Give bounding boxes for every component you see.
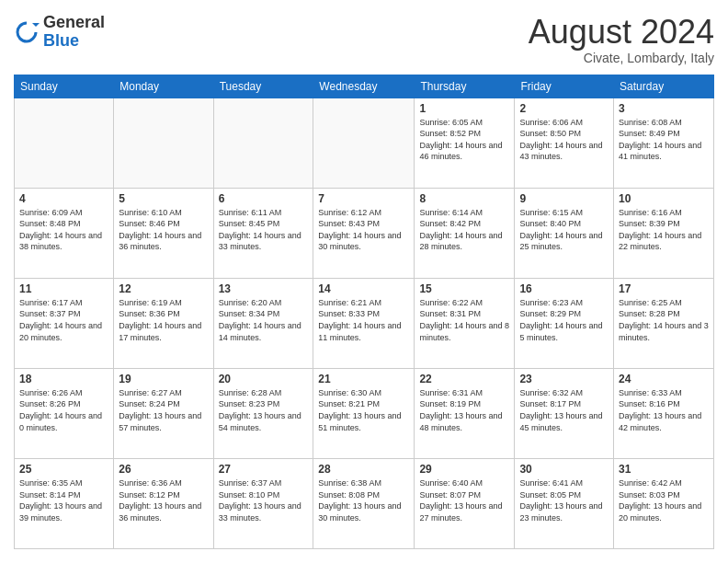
calendar-cell: 20Sunrise: 6:28 AM Sunset: 8:23 PM Dayli…: [213, 368, 313, 458]
day-info: Sunrise: 6:21 AM Sunset: 8:33 PM Dayligh…: [318, 297, 409, 343]
logo-blue: Blue: [43, 31, 79, 50]
day-number: 27: [219, 463, 309, 476]
day-number: 9: [519, 192, 609, 205]
day-info: Sunrise: 6:14 AM Sunset: 8:42 PM Dayligh…: [419, 207, 509, 253]
location: Civate, Lombardy, Italy: [529, 51, 714, 65]
day-number: 6: [219, 192, 309, 205]
calendar-cell: 18Sunrise: 6:26 AM Sunset: 8:26 PM Dayli…: [15, 368, 114, 458]
day-info: Sunrise: 6:17 AM Sunset: 8:37 PM Dayligh…: [19, 297, 108, 343]
day-info: Sunrise: 6:42 AM Sunset: 8:03 PM Dayligh…: [619, 477, 709, 523]
week-row-1: 4Sunrise: 6:09 AM Sunset: 8:48 PM Daylig…: [15, 188, 714, 278]
calendar-cell: [15, 98, 114, 188]
header-day-saturday: Saturday: [614, 75, 714, 98]
calendar-cell: 26Sunrise: 6:36 AM Sunset: 8:12 PM Dayli…: [114, 458, 213, 548]
calendar-cell: [114, 98, 213, 188]
calendar-cell: 25Sunrise: 6:35 AM Sunset: 8:14 PM Dayli…: [15, 458, 114, 548]
day-info: Sunrise: 6:23 AM Sunset: 8:29 PM Dayligh…: [519, 297, 609, 343]
calendar-cell: 27Sunrise: 6:37 AM Sunset: 8:10 PM Dayli…: [213, 458, 313, 548]
day-number: 3: [619, 102, 709, 115]
day-info: Sunrise: 6:30 AM Sunset: 8:21 PM Dayligh…: [318, 387, 409, 433]
day-number: 20: [219, 373, 309, 385]
header-day-wednesday: Wednesday: [313, 75, 415, 98]
calendar: SundayMondayTuesdayWednesdayThursdayFrid…: [14, 75, 714, 549]
day-info: Sunrise: 6:33 AM Sunset: 8:16 PM Dayligh…: [619, 387, 709, 433]
day-number: 19: [119, 373, 208, 385]
day-number: 29: [419, 463, 509, 476]
calendar-cell: 28Sunrise: 6:38 AM Sunset: 8:08 PM Dayli…: [313, 458, 415, 548]
calendar-cell: 17Sunrise: 6:25 AM Sunset: 8:28 PM Dayli…: [614, 278, 714, 368]
day-number: 13: [219, 282, 309, 295]
calendar-cell: 30Sunrise: 6:41 AM Sunset: 8:05 PM Dayli…: [515, 458, 614, 548]
calendar-cell: 21Sunrise: 6:30 AM Sunset: 8:21 PM Dayli…: [313, 368, 415, 458]
day-number: 8: [419, 192, 509, 205]
week-row-0: 1Sunrise: 6:05 AM Sunset: 8:52 PM Daylig…: [15, 98, 714, 188]
day-info: Sunrise: 6:20 AM Sunset: 8:34 PM Dayligh…: [219, 297, 309, 343]
calendar-cell: 31Sunrise: 6:42 AM Sunset: 8:03 PM Dayli…: [614, 458, 714, 548]
calendar-cell: 5Sunrise: 6:10 AM Sunset: 8:46 PM Daylig…: [114, 188, 213, 278]
day-number: 7: [318, 192, 409, 205]
day-info: Sunrise: 6:38 AM Sunset: 8:08 PM Dayligh…: [318, 477, 409, 523]
calendar-cell: 24Sunrise: 6:33 AM Sunset: 8:16 PM Dayli…: [614, 368, 714, 458]
calendar-cell: 16Sunrise: 6:23 AM Sunset: 8:29 PM Dayli…: [515, 278, 614, 368]
day-info: Sunrise: 6:41 AM Sunset: 8:05 PM Dayligh…: [519, 477, 609, 523]
header-day-tuesday: Tuesday: [213, 75, 313, 98]
day-info: Sunrise: 6:16 AM Sunset: 8:39 PM Dayligh…: [619, 207, 709, 253]
day-number: 28: [318, 463, 409, 476]
title-block: August 2024 Civate, Lombardy, Italy: [529, 14, 714, 65]
day-number: 14: [318, 282, 409, 295]
day-number: 17: [619, 282, 709, 295]
calendar-cell: 11Sunrise: 6:17 AM Sunset: 8:37 PM Dayli…: [15, 278, 114, 368]
logo-icon: [14, 19, 40, 45]
month-title: August 2024: [529, 14, 714, 51]
calendar-cell: [213, 98, 313, 188]
day-number: 22: [419, 373, 509, 385]
day-number: 4: [19, 192, 108, 205]
day-info: Sunrise: 6:22 AM Sunset: 8:31 PM Dayligh…: [419, 297, 509, 343]
day-number: 2: [519, 102, 609, 115]
day-info: Sunrise: 6:09 AM Sunset: 8:48 PM Dayligh…: [19, 207, 108, 253]
calendar-cell: 3Sunrise: 6:08 AM Sunset: 8:49 PM Daylig…: [614, 98, 714, 188]
header-day-thursday: Thursday: [415, 75, 515, 98]
day-number: 26: [119, 463, 208, 476]
calendar-cell: 7Sunrise: 6:12 AM Sunset: 8:43 PM Daylig…: [313, 188, 415, 278]
calendar-cell: 13Sunrise: 6:20 AM Sunset: 8:34 PM Dayli…: [213, 278, 313, 368]
header-day-monday: Monday: [114, 75, 213, 98]
day-info: Sunrise: 6:36 AM Sunset: 8:12 PM Dayligh…: [119, 477, 208, 523]
day-number: 5: [119, 192, 208, 205]
day-info: Sunrise: 6:35 AM Sunset: 8:14 PM Dayligh…: [19, 477, 108, 523]
logo: General Blue: [14, 14, 105, 51]
logo-general: General: [43, 13, 105, 31]
page: General Blue August 2024 Civate, Lombard…: [0, 0, 728, 563]
week-row-3: 18Sunrise: 6:26 AM Sunset: 8:26 PM Dayli…: [15, 368, 714, 458]
day-info: Sunrise: 6:31 AM Sunset: 8:19 PM Dayligh…: [419, 387, 509, 433]
calendar-cell: 1Sunrise: 6:05 AM Sunset: 8:52 PM Daylig…: [415, 98, 515, 188]
day-number: 31: [619, 463, 709, 476]
day-number: 1: [419, 102, 509, 115]
day-info: Sunrise: 6:37 AM Sunset: 8:10 PM Dayligh…: [219, 477, 309, 523]
calendar-cell: 23Sunrise: 6:32 AM Sunset: 8:17 PM Dayli…: [515, 368, 614, 458]
day-number: 21: [318, 373, 409, 385]
day-number: 25: [19, 463, 108, 476]
day-info: Sunrise: 6:05 AM Sunset: 8:52 PM Dayligh…: [419, 117, 509, 163]
header-day-friday: Friday: [515, 75, 614, 98]
calendar-cell: 14Sunrise: 6:21 AM Sunset: 8:33 PM Dayli…: [313, 278, 415, 368]
calendar-cell: 4Sunrise: 6:09 AM Sunset: 8:48 PM Daylig…: [15, 188, 114, 278]
week-row-4: 25Sunrise: 6:35 AM Sunset: 8:14 PM Dayli…: [15, 458, 714, 548]
day-info: Sunrise: 6:28 AM Sunset: 8:23 PM Dayligh…: [219, 387, 309, 433]
calendar-cell: 29Sunrise: 6:40 AM Sunset: 8:07 PM Dayli…: [415, 458, 515, 548]
calendar-cell: [313, 98, 415, 188]
calendar-cell: 12Sunrise: 6:19 AM Sunset: 8:36 PM Dayli…: [114, 278, 213, 368]
day-info: Sunrise: 6:15 AM Sunset: 8:40 PM Dayligh…: [519, 207, 609, 253]
day-info: Sunrise: 6:06 AM Sunset: 8:50 PM Dayligh…: [519, 117, 609, 163]
day-number: 11: [19, 282, 108, 295]
header-row: SundayMondayTuesdayWednesdayThursdayFrid…: [15, 75, 714, 98]
day-info: Sunrise: 6:08 AM Sunset: 8:49 PM Dayligh…: [619, 117, 709, 163]
day-number: 15: [419, 282, 509, 295]
calendar-table: SundayMondayTuesdayWednesdayThursdayFrid…: [14, 75, 714, 549]
day-info: Sunrise: 6:32 AM Sunset: 8:17 PM Dayligh…: [519, 387, 609, 433]
header-day-sunday: Sunday: [15, 75, 114, 98]
day-info: Sunrise: 6:40 AM Sunset: 8:07 PM Dayligh…: [419, 477, 509, 523]
calendar-header: SundayMondayTuesdayWednesdayThursdayFrid…: [15, 75, 714, 98]
day-info: Sunrise: 6:27 AM Sunset: 8:24 PM Dayligh…: [119, 387, 208, 433]
day-info: Sunrise: 6:11 AM Sunset: 8:45 PM Dayligh…: [219, 207, 309, 253]
